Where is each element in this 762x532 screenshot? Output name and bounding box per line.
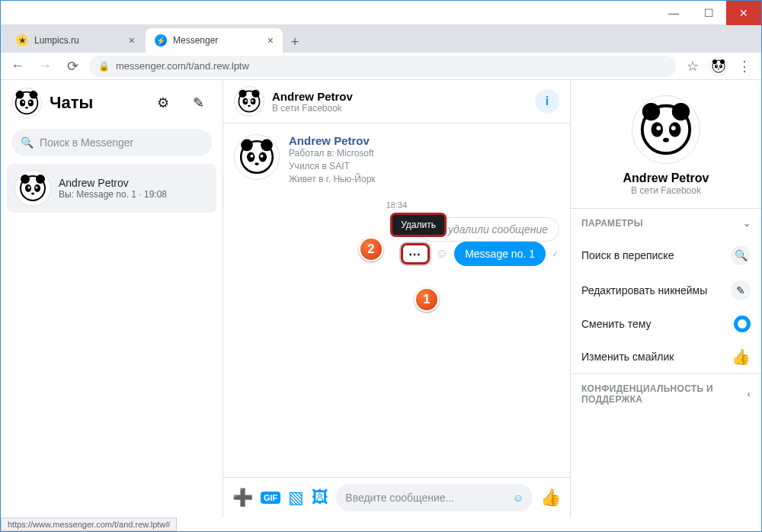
- conv-avatar[interactable]: [234, 86, 264, 117]
- theme-color-icon: [734, 316, 751, 332]
- privacy-header[interactable]: КОНФИДЕНЦИАЛЬНОСТЬ И ПОДДЕРЖКА ‹: [571, 374, 761, 414]
- messenger-favicon-icon: ⚡: [155, 34, 167, 46]
- search-icon: 🔍: [731, 245, 751, 265]
- profile-avatar-icon[interactable]: [709, 57, 728, 75]
- new-tab-button[interactable]: +: [284, 31, 306, 53]
- conversation-body: Andrew Petrov Работал в: Microsoft Училс…: [223, 123, 570, 477]
- tab-label: Messenger: [173, 35, 218, 46]
- intro-line-3: Живет в г. Нью-Йорк: [289, 173, 376, 186]
- svg-point-29: [245, 100, 247, 102]
- message-more-icon[interactable]: ⋯: [401, 243, 430, 264]
- message-placeholder: Введите сообщение...: [345, 492, 454, 504]
- message-input[interactable]: Введите сообщение... ☺: [336, 484, 533, 511]
- conversation-pane: Andrew Petrov В сети Facebook i Andrew P…: [223, 80, 571, 518]
- setting-edit-nicknames[interactable]: Редактировать никнеймы ✎: [571, 273, 761, 308]
- close-tab-icon[interactable]: ×: [129, 34, 135, 46]
- message-timestamp: 18:34: [234, 200, 559, 210]
- message-status-icon: ✓: [552, 248, 559, 259]
- lumpics-favicon-icon: ★: [16, 34, 28, 46]
- chats-title: Чаты: [50, 93, 142, 113]
- svg-point-30: [251, 100, 254, 102]
- browser-statusbar: https://www.messenger.com/t/and.rew.lptw…: [1, 518, 177, 531]
- react-icon[interactable]: ☺: [436, 247, 448, 261]
- edit-icon: ✎: [731, 280, 751, 300]
- minimize-button[interactable]: —: [656, 1, 691, 25]
- svg-point-5: [716, 65, 718, 66]
- intro-avatar: [234, 134, 280, 180]
- sticker-icon[interactable]: ▧: [288, 488, 304, 508]
- back-button[interactable]: ←: [7, 56, 28, 77]
- svg-point-41: [642, 103, 660, 120]
- privacy-section: КОНФИДЕНЦИАЛЬНОСТЬ И ПОДДЕРЖКА ‹: [571, 373, 761, 414]
- search-icon: 🔍: [21, 136, 34, 149]
- close-window-button[interactable]: ✕: [726, 1, 761, 25]
- svg-point-34: [261, 139, 273, 152]
- close-tab-icon[interactable]: ×: [267, 34, 274, 46]
- address-bar: ← → ⟳ 🔒 messenger.com/t/and.rew.lptw ☆ ⋮: [1, 53, 761, 80]
- svg-point-14: [29, 101, 31, 104]
- svg-point-13: [22, 101, 24, 104]
- emoji-picker-icon[interactable]: ☺: [513, 492, 523, 504]
- svg-point-37: [251, 155, 254, 158]
- star-bookmark-icon[interactable]: ☆: [682, 56, 703, 77]
- image-icon[interactable]: 🖼: [312, 488, 328, 508]
- settings-gear-icon[interactable]: ⚙: [149, 89, 177, 117]
- maximize-button[interactable]: ☐: [691, 1, 726, 25]
- setting-change-emoji[interactable]: Изменить смайлик 👍: [571, 340, 761, 373]
- svg-point-42: [672, 103, 690, 120]
- privacy-title: КОНФИДЕНЦИАЛЬНОСТЬ И ПОДДЕРЖКА: [581, 383, 748, 405]
- params-section: ПАРАМЕТРЫ ⌄ Поиск в переписке 🔍 Редактир…: [571, 208, 761, 373]
- setting-label: Изменить смайлик: [581, 351, 674, 363]
- browser-tabs: ★ Lumpics.ru × ⚡ Messenger × +: [1, 25, 761, 53]
- params-header[interactable]: ПАРАМЕТРЫ ⌄: [571, 209, 761, 238]
- svg-point-21: [28, 187, 30, 189]
- conv-title: Andrew Petrov: [272, 90, 353, 103]
- annotation-badge-1: 1: [415, 287, 439, 312]
- svg-point-46: [671, 126, 676, 130]
- conversation-header: Andrew Petrov В сети Facebook i: [223, 80, 570, 123]
- menu-icon[interactable]: ⋮: [734, 56, 755, 77]
- reload-button[interactable]: ⟳: [62, 56, 83, 77]
- svg-point-17: [21, 175, 30, 184]
- svg-point-47: [663, 138, 669, 143]
- delete-tooltip[interactable]: Удалить: [390, 213, 447, 237]
- details-panel: Andrew Petrov В сети Facebook ПАРАМЕТРЫ …: [571, 80, 761, 518]
- tab-label: Lumpics.ru: [34, 35, 79, 46]
- search-input[interactable]: 🔍 Поиск в Messenger: [11, 129, 212, 156]
- messenger-app: Чаты ⚙ ✎ 🔍 Поиск в Messenger Andrew Petr…: [1, 80, 761, 518]
- svg-point-33: [241, 139, 253, 152]
- svg-point-39: [255, 162, 258, 165]
- info-icon[interactable]: i: [535, 89, 559, 114]
- profile-avatar[interactable]: [632, 95, 700, 164]
- svg-point-26: [251, 90, 259, 98]
- message-row: Удалить ⋯ ☺ Message no. 1 ✓ 1 2: [234, 242, 559, 266]
- url-input[interactable]: 🔒 messenger.com/t/and.rew.lptw: [89, 56, 676, 77]
- my-avatar[interactable]: [11, 88, 42, 118]
- svg-point-7: [718, 68, 719, 69]
- tab-lumpics[interactable]: ★ Lumpics.ru ×: [7, 28, 144, 53]
- chats-header: Чаты ⚙ ✎: [1, 80, 223, 126]
- setting-change-theme[interactable]: Сменить тему: [571, 308, 761, 340]
- setting-search-chat[interactable]: Поиск в переписке 🔍: [571, 238, 761, 273]
- tab-messenger[interactable]: ⚡ Messenger ×: [146, 28, 283, 53]
- search-placeholder: Поиск в Messenger: [40, 136, 133, 149]
- compose-icon[interactable]: ✎: [184, 89, 212, 117]
- forward-button[interactable]: →: [34, 56, 56, 77]
- profile-block: Andrew Petrov В сети Facebook: [571, 80, 761, 208]
- profile-status: В сети Facebook: [578, 185, 754, 196]
- message-bubble[interactable]: Message no. 1: [454, 242, 546, 266]
- svg-point-45: [656, 126, 661, 130]
- chat-avatar: [14, 170, 51, 207]
- add-attachment-icon[interactable]: ➕: [232, 488, 253, 508]
- url-text: messenger.com/t/and.rew.lptw: [116, 60, 249, 72]
- svg-point-38: [261, 155, 264, 158]
- chat-name: Andrew Petrov: [59, 177, 167, 189]
- chevron-down-icon: ⌄: [743, 218, 751, 229]
- setting-label: Сменить тему: [581, 318, 652, 330]
- chat-item-andrew[interactable]: Andrew Petrov Вы: Message no. 1 · 19:08: [7, 164, 216, 213]
- svg-point-10: [30, 91, 38, 99]
- gif-icon[interactable]: GIF: [261, 492, 280, 504]
- thumb-up-icon[interactable]: 👍: [540, 488, 561, 508]
- annotation-badge-2: 2: [359, 237, 383, 261]
- svg-point-22: [36, 187, 38, 189]
